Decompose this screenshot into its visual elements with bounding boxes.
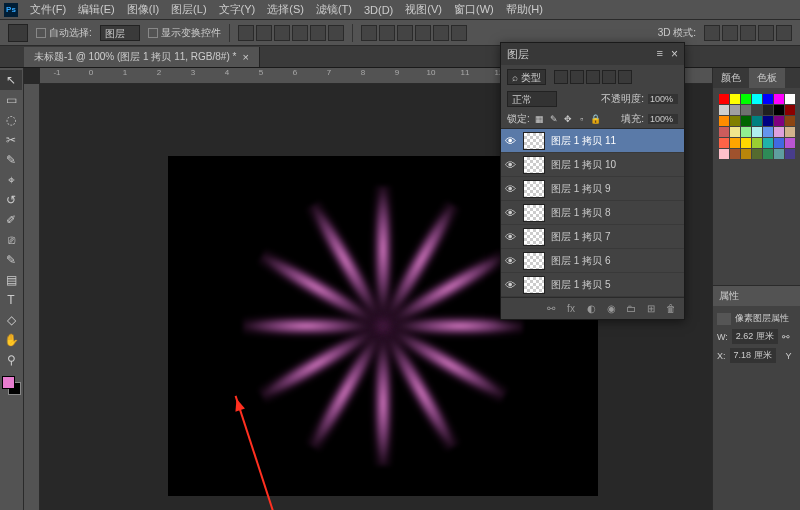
delete-layer-icon[interactable]: 🗑: [664, 302, 678, 316]
menu-item[interactable]: 编辑(E): [72, 0, 121, 19]
swatch[interactable]: [741, 138, 751, 148]
menu-item[interactable]: 图层(L): [165, 0, 212, 19]
menu-item[interactable]: 图像(I): [121, 0, 165, 19]
menu-item[interactable]: 帮助(H): [500, 0, 549, 19]
layer-thumbnail[interactable]: [523, 180, 545, 198]
layer-thumbnail[interactable]: [523, 204, 545, 222]
lock-artboard-icon[interactable]: ▫: [576, 113, 588, 125]
layer-row[interactable]: 👁图层 1 拷贝 10: [501, 153, 684, 177]
tool-button[interactable]: ✎: [0, 250, 22, 270]
x-value[interactable]: 7.18 厘米: [730, 348, 776, 363]
color-tab[interactable]: 颜色: [713, 68, 749, 88]
foreground-color[interactable]: [2, 376, 15, 389]
swatch[interactable]: [785, 149, 795, 159]
visibility-icon[interactable]: 👁: [505, 255, 517, 267]
swatch[interactable]: [730, 105, 740, 115]
swatch[interactable]: [774, 138, 784, 148]
swatch[interactable]: [741, 127, 751, 137]
auto-select-checkbox[interactable]: [36, 28, 46, 38]
swatch[interactable]: [785, 94, 795, 104]
visibility-icon[interactable]: 👁: [505, 231, 517, 243]
visibility-icon[interactable]: 👁: [505, 207, 517, 219]
swatch[interactable]: [719, 116, 729, 126]
mode3d-btn[interactable]: [722, 25, 738, 41]
new-layer-icon[interactable]: ⊞: [644, 302, 658, 316]
tool-button[interactable]: ⚲: [0, 350, 22, 370]
lock-transparency-icon[interactable]: ▦: [534, 113, 546, 125]
swatches-tab[interactable]: 色板: [749, 68, 785, 88]
swatch[interactable]: [752, 116, 762, 126]
swatch[interactable]: [763, 105, 773, 115]
swatch[interactable]: [741, 116, 751, 126]
blend-mode-select[interactable]: 正常: [507, 91, 557, 107]
tool-button[interactable]: ✐: [0, 210, 22, 230]
visibility-icon[interactable]: 👁: [505, 135, 517, 147]
fill-value[interactable]: 100%: [648, 114, 678, 124]
swatch[interactable]: [785, 138, 795, 148]
tool-button[interactable]: ⌖: [0, 170, 22, 190]
tool-button[interactable]: ✋: [0, 330, 22, 350]
swatch[interactable]: [774, 149, 784, 159]
tool-button[interactable]: ⎚: [0, 230, 22, 250]
align-btn[interactable]: [238, 25, 254, 41]
close-icon[interactable]: ×: [671, 47, 678, 61]
visibility-icon[interactable]: 👁: [505, 183, 517, 195]
layer-thumbnail[interactable]: [523, 276, 545, 294]
link-icon[interactable]: ⚯: [782, 332, 790, 342]
adjustment-layer-icon[interactable]: ◉: [604, 302, 618, 316]
swatch[interactable]: [785, 127, 795, 137]
visibility-icon[interactable]: 👁: [505, 159, 517, 171]
distribute-btn[interactable]: [433, 25, 449, 41]
auto-select-target[interactable]: 图层: [100, 25, 140, 41]
document-tab[interactable]: 未标题-1 @ 100% (图层 1 拷贝 11, RGB/8#) * ×: [24, 47, 260, 67]
distribute-btn[interactable]: [397, 25, 413, 41]
show-transform-checkbox[interactable]: [148, 28, 158, 38]
swatch[interactable]: [741, 94, 751, 104]
fg-bg-color[interactable]: [0, 376, 22, 398]
filter-smart-icon[interactable]: [618, 70, 632, 84]
layer-fx-icon[interactable]: fx: [564, 302, 578, 316]
swatch[interactable]: [752, 105, 762, 115]
tool-button[interactable]: ✂: [0, 130, 22, 150]
swatch[interactable]: [774, 127, 784, 137]
swatch[interactable]: [774, 105, 784, 115]
visibility-icon[interactable]: 👁: [505, 279, 517, 291]
swatch[interactable]: [719, 127, 729, 137]
layer-row[interactable]: 👁图层 1 拷贝 9: [501, 177, 684, 201]
tool-button[interactable]: ✎: [0, 150, 22, 170]
layer-row[interactable]: 👁图层 1 拷贝 8: [501, 201, 684, 225]
tool-button[interactable]: ◇: [0, 310, 22, 330]
layer-thumbnail[interactable]: [523, 252, 545, 270]
swatch[interactable]: [730, 138, 740, 148]
tool-button[interactable]: ↖: [0, 70, 22, 90]
mode3d-btn[interactable]: [704, 25, 720, 41]
swatch[interactable]: [719, 149, 729, 159]
swatch[interactable]: [763, 149, 773, 159]
layer-row[interactable]: 👁图层 1 拷贝 7: [501, 225, 684, 249]
layer-row[interactable]: 👁图层 1 拷贝 11: [501, 129, 684, 153]
swatch[interactable]: [730, 149, 740, 159]
tool-button[interactable]: ◌: [0, 110, 22, 130]
swatch[interactable]: [730, 127, 740, 137]
swatch[interactable]: [730, 116, 740, 126]
swatch[interactable]: [730, 94, 740, 104]
link-layers-icon[interactable]: ⚯: [544, 302, 558, 316]
distribute-btn[interactable]: [451, 25, 467, 41]
filter-pixel-icon[interactable]: [554, 70, 568, 84]
layer-mask-icon[interactable]: ◐: [584, 302, 598, 316]
opacity-value[interactable]: 100%: [648, 94, 678, 104]
close-icon[interactable]: ×: [242, 51, 248, 63]
swatch[interactable]: [752, 127, 762, 137]
filter-shape-icon[interactable]: [602, 70, 616, 84]
menu-item[interactable]: 选择(S): [261, 0, 310, 19]
swatch[interactable]: [752, 138, 762, 148]
tool-button[interactable]: ↺: [0, 190, 22, 210]
menu-item[interactable]: 视图(V): [399, 0, 448, 19]
menu-item[interactable]: 滤镜(T): [310, 0, 358, 19]
swatch[interactable]: [719, 138, 729, 148]
swatch[interactable]: [785, 105, 795, 115]
mode3d-btn[interactable]: [776, 25, 792, 41]
swatch[interactable]: [719, 94, 729, 104]
align-btn[interactable]: [256, 25, 272, 41]
distribute-btn[interactable]: [361, 25, 377, 41]
